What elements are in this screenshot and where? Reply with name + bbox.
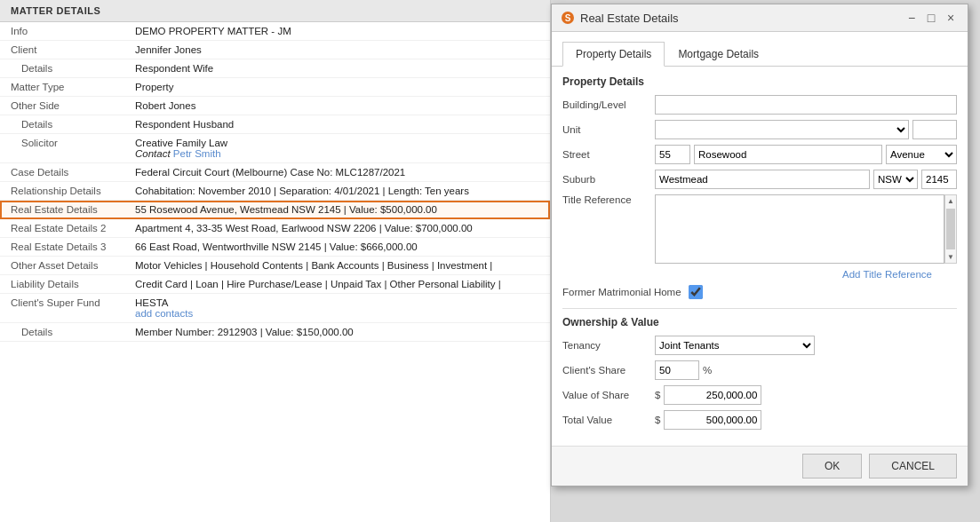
real-estate-dialog: S Real Estate Details − □ × Property Det… [551, 4, 968, 486]
matter-header: MATTER DETAILS [0, 0, 550, 22]
matter-row: Relationship DetailsCohabitation: Novemb… [0, 182, 550, 201]
value-of-share-row: Value of Share $ [562, 385, 957, 405]
tab-mortgage-details[interactable]: Mortgage Details [665, 42, 772, 67]
street-type-select[interactable]: Avenue Street Road Drive [886, 145, 957, 164]
cancel-button[interactable]: CANCEL [869, 454, 957, 478]
title-ref-line3[interactable] [657, 241, 942, 261]
dialog-overlay: S Real Estate Details − □ × Property Det… [551, 0, 980, 522]
matter-row: Case DetailsFederal Circuit Court (Melbo… [0, 163, 550, 182]
tenancy-select[interactable]: Joint Tenants Tenants in Common Sole Own… [655, 336, 815, 355]
unit-row: Unit [562, 120, 957, 139]
unit-extra-input[interactable] [912, 120, 957, 139]
ownership-section: Ownership & Value Tenancy Joint Tenants … [562, 308, 957, 430]
matter-row: DetailsRespondent Husband [0, 115, 550, 134]
matter-row-value: 55 Rosewood Avenue, Westmead NSW 2145 | … [124, 201, 550, 219]
suburb-label: Suburb [562, 174, 651, 185]
matter-row: ClientJennifer Jones [0, 41, 550, 59]
matter-row-value: Respondent Wife [124, 59, 550, 78]
tenancy-row: Tenancy Joint Tenants Tenants in Common … [562, 336, 957, 355]
matter-row-value: HESTAadd contacts [124, 294, 550, 323]
street-row: Street Avenue Street Road Drive [562, 145, 957, 164]
matter-row-label: Other Asset Details [0, 257, 124, 275]
matter-row-label: Relationship Details [0, 182, 124, 201]
dialog-titlebar-controls: − □ × [904, 10, 959, 26]
value-of-share-dollar: $ [655, 390, 660, 400]
matter-row: Real Estate Details 366 East Road, Wentw… [0, 238, 550, 257]
clients-share-input[interactable] [655, 360, 699, 380]
street-inputs: Avenue Street Road Drive [655, 145, 957, 164]
matter-row-value: Federal Circuit Court (Melbourne) Case N… [124, 163, 550, 182]
matter-row-label: Real Estate Details [0, 201, 124, 219]
title-reference-label: Title Reference [562, 194, 651, 205]
percent-label: % [703, 365, 712, 376]
dialog-body: Property Details Mortgage Details Proper… [552, 32, 968, 446]
dialog-titlebar-left: S Real Estate Details [561, 11, 679, 25]
matter-row: Liability DetailsCredit Card | Loan | Hi… [0, 275, 550, 294]
building-level-input[interactable] [655, 95, 957, 115]
matter-row[interactable]: Real Estate Details55 Rosewood Avenue, W… [0, 201, 550, 219]
matter-row-value: DEMO PROPERTY MATTER - JM [124, 22, 550, 41]
close-button[interactable]: × [943, 10, 959, 26]
scrollbar-up[interactable]: ▲ [947, 195, 954, 207]
matter-table: InfoDEMO PROPERTY MATTER - JMClientJenni… [0, 22, 550, 342]
title-ref-container: ▲ ▼ [655, 194, 957, 264]
matter-row-label: Matter Type [0, 78, 124, 97]
matter-row: DetailsRespondent Wife [0, 59, 550, 78]
clients-share-row: Client's Share % [562, 360, 957, 380]
title-ref-line1[interactable] [657, 197, 942, 217]
title-ref-inputs [655, 194, 944, 264]
matter-row-value: Property [124, 78, 550, 97]
dialog-app-icon: S [561, 11, 575, 25]
postcode-input[interactable] [921, 170, 957, 189]
matter-row: SolicitorCreative Family LawContact Petr… [0, 134, 550, 163]
matter-row: Other Asset DetailsMotor Vehicles | Hous… [0, 257, 550, 275]
matter-row-label: Client's Super Fund [0, 294, 124, 323]
matter-row-value: Respondent Husband [124, 115, 550, 134]
matter-row: Other SideRobert Jones [0, 97, 550, 115]
ownership-section-label: Ownership & Value [562, 316, 957, 328]
matter-row-value: 66 East Road, Wentworthville NSW 2145 | … [124, 238, 550, 257]
matter-row-value: Jennifer Jones [124, 41, 550, 59]
street-label: Street [562, 149, 651, 160]
clients-share-label: Client's Share [562, 365, 651, 376]
scrollbar-thumb [946, 209, 955, 249]
title-reference-row: Title Reference ▲ ▼ [562, 194, 957, 264]
total-value-label: Total Value [562, 415, 651, 425]
tenancy-label: Tenancy [562, 340, 651, 351]
minimize-button[interactable]: − [904, 10, 920, 26]
ok-button[interactable]: OK [802, 454, 862, 478]
total-value-input[interactable] [664, 410, 761, 430]
value-of-share-input[interactable] [664, 385, 761, 405]
matter-row-label: Real Estate Details 2 [0, 219, 124, 238]
matter-row-label: Info [0, 22, 124, 41]
matter-panel: MATTER DETAILS InfoDEMO PROPERTY MATTER … [0, 0, 551, 522]
suburb-input[interactable] [655, 170, 870, 189]
state-select[interactable]: NSW VIC QLD WA SA TAS ACT NT [873, 170, 918, 189]
matter-row-value: Cohabitation: November 2010 | Separation… [124, 182, 550, 201]
scrollbar-down[interactable]: ▼ [947, 251, 954, 263]
matter-row-value: Creative Family LawContact Petr Smith [124, 134, 550, 163]
street-number-input[interactable] [655, 145, 690, 164]
total-value-dollar: $ [655, 415, 660, 425]
matter-row: Real Estate Details 2Apartment 4, 33-35 … [0, 219, 550, 238]
unit-label: Unit [562, 124, 651, 135]
matter-row-label: Other Side [0, 97, 124, 115]
add-title-ref-container: Add Title Reference [562, 269, 957, 280]
svg-text:S: S [565, 13, 571, 23]
street-name-input[interactable] [694, 145, 882, 164]
add-title-reference-link[interactable]: Add Title Reference [562, 269, 944, 280]
total-value-row: Total Value $ [562, 410, 957, 430]
matter-row-label: Liability Details [0, 275, 124, 294]
matter-row-value: Motor Vehicles | Household Contents | Ba… [124, 257, 550, 275]
building-level-row: Building/Level [562, 95, 957, 115]
unit-select[interactable] [655, 120, 909, 139]
title-ref-scrollbar: ▲ ▼ [944, 194, 957, 264]
title-ref-line2[interactable] [657, 219, 942, 239]
tab-property-details[interactable]: Property Details [562, 42, 665, 67]
matter-row-label: Client [0, 41, 124, 59]
maximize-button[interactable]: □ [923, 10, 939, 26]
value-of-share-label: Value of Share [562, 390, 651, 400]
matter-row-label: Real Estate Details 3 [0, 238, 124, 257]
suburb-row: Suburb NSW VIC QLD WA SA TAS ACT NT [562, 170, 957, 189]
former-matrimonial-checkbox[interactable] [689, 285, 703, 299]
